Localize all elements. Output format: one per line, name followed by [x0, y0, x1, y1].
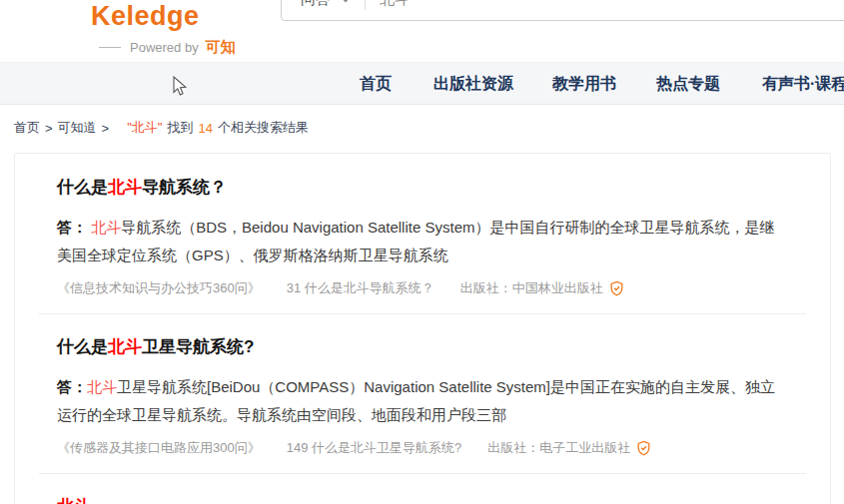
answer-body: 北斗导航系统（BDS，Beidou Navigation Satellite S… [57, 219, 774, 263]
result-meta: 《信息技术知识与办公技巧360问》 31 什么是北斗导航系统？ 出版社：中国林业… [57, 279, 788, 297]
answer-label: 答： [57, 378, 87, 395]
verified-shield-icon [609, 280, 624, 296]
highlight-term: 北斗 [108, 178, 142, 197]
results-list: 什么是北斗导航系统？ 答： 北斗导航系统（BDS，Beidou Navigati… [14, 153, 831, 504]
search-category-dropdown[interactable]: 问答 [301, 0, 352, 9]
logo-tagline: Powered by 可知 [99, 38, 236, 57]
result-meta: 《传感器及其接口电路应用300问》 149 什么是北斗卫星导航系统? 出版社：电… [57, 439, 788, 457]
mouse-cursor [173, 76, 188, 97]
result-title[interactable]: 什么是北斗卫星导航系统? [57, 335, 788, 359]
nav-item[interactable]: 出版社资源 [433, 63, 513, 106]
highlight-term: 北斗 [108, 337, 142, 356]
source-book-link[interactable]: 《传感器及其接口电路应用300问》 [57, 439, 261, 457]
search-result-card: 什么是北斗导航系统？ 答： 北斗导航系统（BDS，Beidou Navigati… [15, 154, 830, 313]
search-result-card: 什么是北斗卫星导航系统? 答：北斗卫星导航系统[BeiDou（COMPASS）N… [15, 313, 830, 473]
publisher-link[interactable]: 出版社：电子工业出版社 [487, 439, 630, 457]
result-title[interactable]: 什么是北斗导航系统？ [57, 176, 788, 200]
highlight-term: 北斗 [57, 497, 91, 504]
search-term-label: "北斗" [127, 119, 162, 137]
verified-shield-icon [636, 440, 651, 456]
nav-item[interactable]: 首页 [360, 63, 392, 106]
tagline-text: Powered by [130, 40, 199, 55]
result-answer: 答：北斗卫星导航系统[BeiDou（COMPASS）Navigation Sat… [57, 373, 788, 429]
highlight-term: 北斗 [91, 219, 121, 236]
header: Keledge Powered by 可知 问答 [0, 0, 844, 62]
search-category-label: 问答 [301, 0, 331, 9]
breadcrumb-home[interactable]: 首页 [14, 119, 40, 137]
source-chapter-link[interactable]: 149 什么是北斗卫星导航系统? [287, 439, 462, 457]
nav-item[interactable]: 教学用书 [552, 63, 616, 106]
breadcrumb-section[interactable]: 可知道 [58, 119, 97, 137]
search-divider [365, 0, 366, 10]
answer-label: 答： [57, 219, 91, 236]
publisher-link[interactable]: 出版社：中国林业出版社 [460, 279, 603, 297]
highlight-term: 北斗 [87, 378, 117, 395]
chevron-down-icon [340, 0, 352, 3]
source-chapter-link[interactable]: 31 什么是北斗导航系统？ [287, 279, 434, 297]
result-count: 14 [198, 121, 212, 136]
source-book-link[interactable]: 《信息技术知识与办公技巧360问》 [57, 279, 261, 297]
found-suffix-text: 个相关搜索结果 [218, 119, 309, 137]
result-title[interactable]: 北斗…… [57, 495, 788, 504]
tagline-dash [99, 47, 121, 48]
breadcrumb-separator: > [45, 121, 53, 136]
breadcrumb: 首页 > 可知道 > "北斗" 找到 14 个相关搜索结果 [14, 119, 309, 137]
keledge-logo[interactable]: Keledge [91, 1, 200, 32]
breadcrumb-separator: > [102, 121, 110, 136]
search-input[interactable] [380, 0, 759, 8]
keledge-search-results-page: Keledge Powered by 可知 问答 首页出版社资源教学用书热点专题… [0, 0, 844, 504]
result-answer: 答： 北斗导航系统（BDS，Beidou Navigation Satellit… [57, 214, 788, 269]
answer-body: 北斗卫星导航系统[BeiDou（COMPASS）Navigation Satel… [57, 378, 775, 423]
found-text: 找到 [167, 119, 193, 137]
nav-item[interactable]: 有声书·课程 [762, 63, 844, 106]
main-nav: 首页出版社资源教学用书热点专题有声书·课程 [0, 62, 844, 105]
search-result-card: 北斗…… [15, 473, 830, 504]
search-bar[interactable]: 问答 [281, 0, 844, 21]
nav-item[interactable]: 热点专题 [656, 63, 720, 106]
brand-cn-label: 可知 [206, 38, 236, 57]
